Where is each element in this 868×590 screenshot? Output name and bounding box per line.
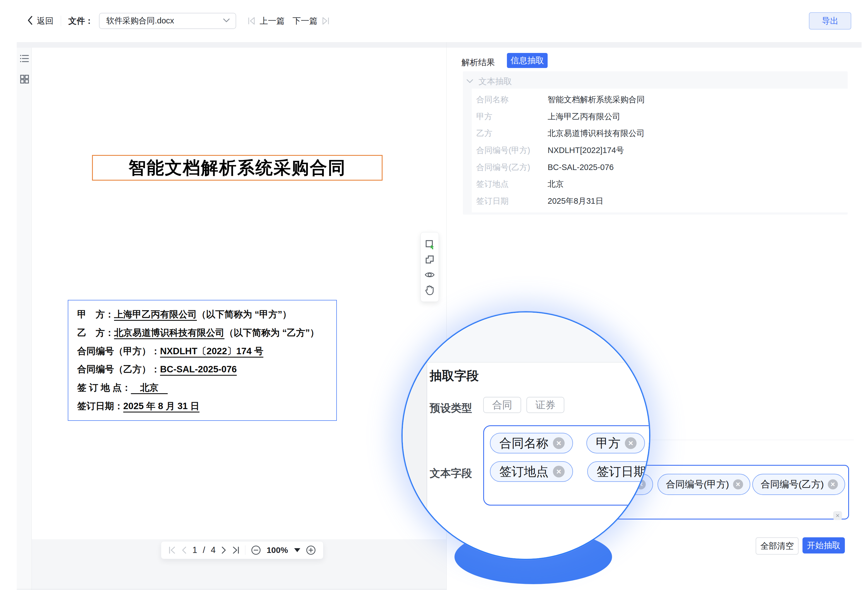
- result-row: 合同编号(甲方)NXDLHT[2022]174号: [476, 145, 848, 156]
- field-tag: 合同名称: [490, 433, 573, 453]
- remove-tag-icon[interactable]: [553, 466, 565, 477]
- pan-hand-icon[interactable]: [424, 285, 435, 295]
- back-button[interactable]: 返回: [27, 15, 53, 27]
- remove-tag-icon[interactable]: [828, 479, 838, 490]
- prev-doc-icon[interactable]: [247, 16, 256, 26]
- preset-contract-button[interactable]: 合同: [483, 397, 521, 413]
- doc-nav: 上一篇 下一篇: [247, 15, 330, 27]
- text-fields-label: 文本字段: [430, 466, 472, 481]
- doc-line: 签 订 地 点： 北京: [77, 382, 327, 394]
- export-button[interactable]: 导出: [809, 12, 851, 30]
- prev-doc-button[interactable]: 上一篇: [260, 15, 285, 27]
- chevron-left-icon: [27, 15, 34, 27]
- preset-type-label: 预设类型: [430, 401, 472, 415]
- content-top-band: [17, 42, 862, 48]
- outline-icon[interactable]: [19, 53, 30, 65]
- last-page-icon[interactable]: [232, 546, 239, 554]
- lens-top-zone: [427, 313, 649, 362]
- result-row: 合同编号(乙方)BC-SAL-2025-076: [476, 162, 848, 173]
- preview-eye-icon[interactable]: [424, 270, 435, 280]
- doc-title-highlight: 智能文档解析系统采购合同: [92, 155, 382, 181]
- magnifier-lens: 抽取字段 预设类型 合同 证券 文本字段 合同名称 甲方 签订地点 签订日期: [402, 311, 650, 560]
- file-label: 文件：: [68, 15, 93, 27]
- field-tag: 甲方: [586, 433, 645, 453]
- current-page[interactable]: 1: [192, 545, 197, 555]
- pager-bar: 1 / 4 100%: [161, 541, 323, 559]
- doc-line: 甲 方：上海甲乙丙有限公司（以下简称为 “甲方”）: [77, 308, 327, 321]
- doc-line: 乙 方：北京易道博识科技有限公司（以下简称为 “乙方”）: [77, 327, 327, 339]
- next-doc-icon[interactable]: [322, 16, 330, 26]
- remove-tag-icon[interactable]: [733, 479, 743, 490]
- doc-parties-block: 甲 方：上海甲乙丙有限公司（以下简称为 “甲方”） 乙 方：北京易道博识科技有限…: [68, 300, 337, 421]
- first-page-icon[interactable]: [168, 546, 176, 554]
- tab-parse-result[interactable]: 解析结果: [462, 57, 495, 68]
- result-row: 签订日期2025年8月31日: [476, 196, 848, 207]
- start-extract-button[interactable]: 开始抽取: [803, 537, 845, 553]
- doc-title: 智能文档解析系统采购合同: [128, 156, 346, 180]
- zoom-menu-caret-icon[interactable]: [294, 548, 300, 552]
- extract-results-list: 合同名称智能文档解析系统采购合同 甲方上海甲乙丙有限公司 乙方北京易道博识科技有…: [472, 88, 848, 212]
- result-row: 甲方上海甲乙丙有限公司: [476, 111, 848, 122]
- result-row: 合同名称智能文档解析系统采购合同: [476, 94, 848, 105]
- document-page: [32, 48, 446, 539]
- clear-input-icon[interactable]: [833, 511, 842, 520]
- thumbnails-icon[interactable]: [19, 74, 30, 85]
- chevron-down-icon: [466, 79, 474, 84]
- viewer-bottom-edge: [17, 589, 446, 590]
- copy-area-icon[interactable]: [424, 254, 435, 265]
- preset-securities-button[interactable]: 证券: [526, 397, 564, 413]
- result-row: 乙方北京易道博识科技有限公司: [476, 128, 848, 139]
- select-area-icon[interactable]: [424, 239, 435, 249]
- result-row: 签订地点北京: [476, 178, 848, 190]
- text-extract-header[interactable]: 文本抽取: [466, 76, 512, 87]
- field-tag: 签订日期: [587, 461, 650, 482]
- chevron-down-icon: [223, 18, 230, 24]
- page-separator: /: [203, 545, 205, 555]
- field-tag: 合同编号(乙方): [752, 474, 845, 495]
- file-select[interactable]: 软件采购合同.docx: [99, 13, 236, 29]
- field-tag: 签订地点: [490, 461, 573, 482]
- extract-fields-title: 抽取字段: [430, 367, 479, 384]
- section-title: 文本抽取: [478, 76, 512, 87]
- prev-page-icon[interactable]: [181, 546, 187, 554]
- zoom-out-icon[interactable]: [251, 545, 261, 555]
- remove-tag-icon[interactable]: [553, 437, 565, 449]
- zoom-level[interactable]: 100%: [267, 546, 288, 555]
- doc-line: 合同编号（甲方）：NXDLHT〔2022〕174 号: [77, 345, 327, 358]
- doc-line: 签订日期：2025 年 8 月 31 日: [77, 400, 327, 413]
- pager-divider: [245, 546, 245, 555]
- clear-all-button[interactable]: 全部清空: [756, 537, 799, 555]
- next-doc-button[interactable]: 下一篇: [292, 15, 317, 27]
- field-tag: 合同编号(甲方): [657, 474, 750, 495]
- total-pages: 4: [211, 545, 216, 555]
- back-label: 返回: [37, 15, 53, 27]
- file-select-value: 软件采购合同.docx: [106, 15, 174, 27]
- tab-info-extract[interactable]: 信息抽取: [507, 53, 548, 68]
- doc-line: 合同编号（乙方）：BC-SAL-2025-076: [77, 363, 327, 376]
- viewer-sidebar: [17, 48, 32, 590]
- zoom-in-icon[interactable]: [306, 545, 316, 555]
- remove-tag-icon[interactable]: [625, 437, 636, 449]
- topbar: 返回 文件： 软件采购合同.docx 上一篇 下一篇 导出: [0, 0, 868, 42]
- next-page-icon[interactable]: [221, 546, 227, 554]
- viewer-tool-palette: [421, 232, 439, 302]
